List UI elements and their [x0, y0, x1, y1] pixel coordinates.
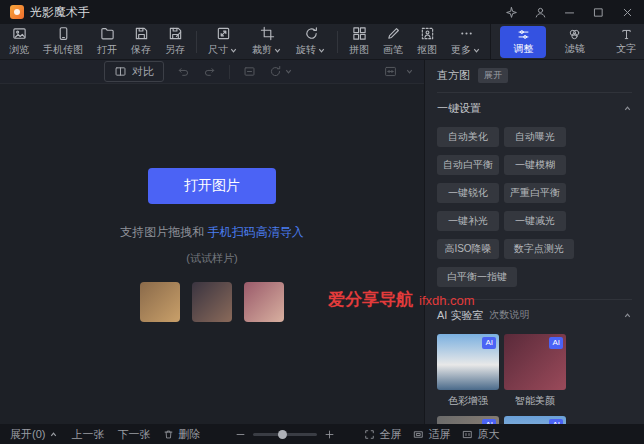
toolbar-save-as[interactable]: 另存	[158, 26, 192, 57]
reduce-light-button[interactable]: 一键减光	[504, 211, 566, 231]
toolbar-rotate[interactable]: 旋转	[289, 26, 333, 57]
ai-card-one-key-clarity[interactable]: AI 一键清晰	[437, 416, 499, 424]
rotate-tool-icon[interactable]	[269, 65, 293, 78]
toolbar-browse[interactable]: 浏览	[2, 26, 36, 57]
toolbar-more[interactable]: 更多	[444, 26, 488, 57]
open-image-button[interactable]: 打开图片	[148, 168, 276, 204]
app-logo-icon	[10, 5, 24, 19]
prev-image-button[interactable]: 上一张	[71, 427, 104, 442]
toolbar-open[interactable]: 打开	[90, 26, 124, 57]
more-icon	[459, 26, 474, 41]
zoom-slider[interactable]	[253, 433, 317, 436]
digital-spot-metering-button[interactable]: 数字点测光	[504, 239, 574, 259]
toolbar-save[interactable]: 保存	[124, 26, 158, 57]
scan-import-link[interactable]: 手机扫码高清导入	[208, 225, 304, 239]
statusbar: 展开(0) 上一张 下一张 删除 全屏 适屏 原大	[0, 424, 644, 444]
compare-button[interactable]: 对比	[104, 61, 164, 82]
ai-lab-section-header[interactable]: AI 实验室 次数说明	[437, 300, 632, 330]
toolbar-separator	[337, 31, 338, 53]
toolbar-cutout[interactable]: 抠图	[410, 26, 444, 57]
toolbar-brush[interactable]: 画笔	[376, 26, 410, 57]
cutout-icon	[420, 26, 435, 41]
sample-thumb-3[interactable]	[244, 282, 284, 322]
severe-white-balance-button[interactable]: 严重白平衡	[504, 183, 566, 203]
minimize-button[interactable]	[563, 6, 576, 19]
promo-icon[interactable]	[505, 6, 518, 19]
fit-window-icon[interactable]	[384, 65, 397, 78]
histogram-header: 直方图 展开	[437, 60, 632, 90]
histogram-expand-button[interactable]: 展开	[478, 68, 508, 83]
app-title: 光影魔术手	[30, 4, 90, 21]
compare-icon	[114, 65, 127, 78]
chevron-down-icon[interactable]	[405, 67, 414, 76]
titlebar: 光影魔术手	[0, 0, 644, 24]
white-balance-one-touch-button[interactable]: 白平衡一指键	[437, 267, 517, 287]
ai-badge: AI	[549, 337, 563, 349]
one-key-sharpen-button[interactable]: 一键锐化	[437, 183, 499, 203]
chevron-up-icon[interactable]	[623, 104, 632, 113]
ai-usage-link[interactable]: 次数说明	[489, 308, 529, 322]
auto-exposure-button[interactable]: 自动曝光	[504, 127, 566, 147]
next-image-button[interactable]: 下一张	[117, 427, 150, 442]
ai-card-smart-beauty[interactable]: AI 智能美颜	[504, 334, 566, 406]
sample-thumb-1[interactable]	[140, 282, 180, 322]
zoom-slider-handle[interactable]	[278, 430, 287, 439]
browse-image-icon	[12, 26, 27, 41]
fill-light-button[interactable]: 一键补光	[437, 211, 499, 231]
ai-badge: AI	[482, 419, 496, 424]
tab-filter[interactable]: 滤镜	[552, 26, 598, 58]
toolbar-resize[interactable]: 尺寸	[201, 26, 245, 57]
high-iso-denoise-button[interactable]: 高ISO降噪	[437, 239, 499, 259]
close-button[interactable]	[621, 6, 634, 19]
open-folder-icon	[100, 26, 115, 41]
original-size-button[interactable]: 原大	[462, 427, 499, 442]
chevron-down-icon	[284, 67, 293, 76]
ai-lab-title: AI 实验室	[437, 308, 483, 323]
save-icon	[134, 26, 149, 41]
user-icon[interactable]	[534, 6, 547, 19]
view-mode-controls: 全屏 适屏 原大	[364, 427, 499, 442]
filmstrip-expand-button[interactable]: 展开(0)	[10, 427, 58, 442]
one-key-blur-button[interactable]: 一键模糊	[504, 155, 566, 175]
adjust-panel: 直方图 展开 一键设置 自动美化 自动曝光 自动白平衡 一键模糊 一键锐化 严重…	[424, 60, 644, 424]
toolbar-collage[interactable]: 拼图	[342, 26, 376, 57]
delete-image-button[interactable]: 删除	[163, 427, 200, 442]
frame-ratio-icon[interactable]	[243, 65, 256, 78]
ai-card-4[interactable]: AI	[504, 416, 566, 424]
drag-hint: 支持图片拖拽和 手机扫码高清导入	[120, 224, 303, 241]
toolbar-phone-transfer[interactable]: 手机传图	[36, 26, 90, 57]
chevron-up-icon	[49, 430, 58, 439]
chevron-up-icon[interactable]	[623, 311, 632, 320]
redo-icon[interactable]	[203, 65, 216, 78]
text-icon	[620, 28, 633, 41]
sample-thumb-2[interactable]	[192, 282, 232, 322]
fullscreen-icon	[364, 429, 375, 440]
zoom-out-icon[interactable]	[235, 429, 246, 440]
adjust-icon	[517, 28, 530, 41]
chevron-down-icon	[317, 46, 326, 55]
histogram-label: 直方图	[437, 68, 470, 83]
undo-icon[interactable]	[177, 65, 190, 78]
original-size-icon	[462, 429, 473, 440]
ai-thumb: AI	[504, 334, 566, 390]
ai-card-color-enhance[interactable]: AI 色彩增强	[437, 334, 499, 406]
fit-screen-button[interactable]: 适屏	[413, 427, 450, 442]
subtoolbar-separator	[229, 65, 230, 79]
zoom-in-icon[interactable]	[324, 429, 335, 440]
chevron-down-icon	[472, 46, 481, 55]
hint-text: 支持图片拖拽和	[120, 225, 204, 239]
chevron-down-icon	[273, 46, 282, 55]
filter-icon	[568, 28, 581, 41]
auto-beautify-button[interactable]: 自动美化	[437, 127, 499, 147]
oneclick-section-header[interactable]: 一键设置	[437, 93, 632, 123]
ai-badge: AI	[482, 337, 496, 349]
tab-adjust[interactable]: 调整	[500, 26, 546, 58]
brush-icon	[386, 26, 401, 41]
maximize-button[interactable]	[592, 6, 605, 19]
try-sample-link[interactable]: (试试样片)	[186, 251, 237, 266]
auto-white-balance-button[interactable]: 自动白平衡	[437, 155, 499, 175]
zoom-controls	[235, 429, 335, 440]
toolbar-crop[interactable]: 裁剪	[245, 26, 289, 57]
tab-text[interactable]: 文字	[603, 26, 644, 58]
fullscreen-button[interactable]: 全屏	[364, 427, 401, 442]
